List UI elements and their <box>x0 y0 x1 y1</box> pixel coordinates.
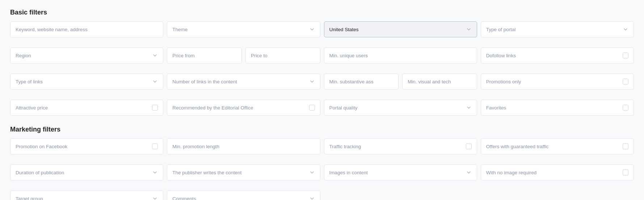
checkbox-icon[interactable] <box>623 170 628 175</box>
duration-publication-dropdown[interactable]: Duration of publication <box>10 164 163 180</box>
checkbox-icon[interactable] <box>623 79 628 84</box>
region-dropdown[interactable]: Region <box>10 47 163 63</box>
chevron-down-icon <box>309 196 315 200</box>
marketing-filters-section: Marketing filters Promotion on Facebook … <box>10 126 634 200</box>
chevron-down-icon <box>309 79 315 84</box>
promotions-only-label: Promotions only <box>486 79 623 84</box>
theme-dropdown[interactable]: Theme <box>167 21 320 37</box>
favorites-checkbox[interactable]: Favorites <box>481 100 634 116</box>
chevron-down-icon <box>152 170 158 175</box>
num-links-content-label: Number of links in the content <box>172 79 307 84</box>
checkbox-icon[interactable] <box>623 143 628 149</box>
guaranteed-traffic-label: Offers with guaranteed traffic <box>486 144 623 149</box>
chevron-down-icon <box>309 26 315 32</box>
min-visual-tech-input[interactable]: Min. visual and tech <box>402 74 477 89</box>
target-group-label: Target group <box>16 196 150 200</box>
keyword-input[interactable]: Keyword, website name, address <box>10 21 163 37</box>
comments-label: Comments <box>172 196 307 200</box>
price-to-label: Price to <box>251 53 315 58</box>
chevron-down-icon <box>623 26 628 32</box>
portal-quality-label: Portal quality <box>329 105 464 111</box>
min-promotion-length-label: Min. promotion length <box>172 144 315 149</box>
chevron-down-icon <box>152 79 158 84</box>
min-row-group: Min. substantive ass Min. visual and tec… <box>324 74 477 89</box>
images-content-label: Images in content <box>329 170 464 175</box>
no-image-required-checkbox[interactable]: With no image required <box>481 164 634 180</box>
promotions-only-checkbox[interactable]: Promotions only <box>481 74 634 89</box>
basic-filters-row-4: Attractive price Recommended by the Edit… <box>10 100 634 116</box>
empty-col-4 <box>481 191 634 200</box>
publisher-writes-dropdown[interactable]: The publisher writes the content <box>167 164 320 180</box>
dofollow-links-label: Dofollow links <box>486 53 623 58</box>
attractive-price-label: Attractive price <box>16 105 152 111</box>
min-substantive-input[interactable]: Min. substantive ass <box>324 74 399 89</box>
theme-label: Theme <box>172 27 307 32</box>
price-range-group: Price from Price to <box>167 47 320 63</box>
price-from-input[interactable]: Price from <box>167 47 242 63</box>
chevron-down-icon <box>309 170 315 175</box>
marketing-filters-row-1: Promotion on Facebook Min. promotion len… <box>10 138 634 154</box>
publisher-writes-label: The publisher writes the content <box>172 170 307 175</box>
recommended-editorial-checkbox[interactable]: Recommended by the Editorial Office <box>167 100 320 116</box>
marketing-filters-title: Marketing filters <box>10 126 634 133</box>
price-from-label: Price from <box>172 53 236 58</box>
type-of-links-dropdown[interactable]: Type of links <box>10 74 163 89</box>
favorites-label: Favorites <box>486 105 623 111</box>
price-to-input[interactable]: Price to <box>245 47 320 63</box>
portal-quality-dropdown[interactable]: Portal quality <box>324 100 477 116</box>
comments-dropdown[interactable]: Comments <box>167 191 320 200</box>
keyword-label: Keyword, website name, address <box>16 27 158 32</box>
min-unique-users-input[interactable]: Min. unique users <box>324 47 477 63</box>
duration-publication-label: Duration of publication <box>16 170 150 175</box>
empty-col-3 <box>324 191 477 200</box>
checkbox-icon[interactable] <box>152 105 158 111</box>
min-unique-users-label: Min. unique users <box>329 53 472 58</box>
chevron-down-icon <box>466 170 472 175</box>
chevron-down-icon <box>152 53 158 58</box>
guaranteed-traffic-checkbox[interactable]: Offers with guaranteed traffic <box>481 138 634 154</box>
promotion-facebook-label: Promotion on Facebook <box>16 144 152 149</box>
chevron-down-icon <box>466 26 472 32</box>
chevron-down-icon <box>152 196 158 200</box>
min-visual-tech-label: Min. visual and tech <box>408 79 472 84</box>
checkbox-icon[interactable] <box>623 105 628 111</box>
marketing-filters-row-3: Target group Comments <box>10 191 634 200</box>
basic-filters-section: Basic filters Keyword, website name, add… <box>10 9 634 116</box>
chevron-down-icon <box>466 105 472 111</box>
basic-filters-row-1: Keyword, website name, address Theme Uni… <box>10 21 634 37</box>
target-group-dropdown[interactable]: Target group <box>10 191 163 200</box>
min-promotion-length-input[interactable]: Min. promotion length <box>167 138 320 154</box>
no-image-required-label: With no image required <box>486 170 623 175</box>
images-content-dropdown[interactable]: Images in content <box>324 164 477 180</box>
attractive-price-checkbox[interactable]: Attractive price <box>10 100 163 116</box>
min-substantive-label: Min. substantive ass <box>329 79 393 84</box>
basic-filters-row-2: Region Price from Price to Min. unique u… <box>10 47 634 63</box>
basic-filters-row-3: Type of links Number of links in the con… <box>10 74 634 89</box>
traffic-tracking-checkbox[interactable]: Traffic tracking <box>324 138 477 154</box>
checkbox-icon[interactable] <box>623 53 628 58</box>
checkbox-icon[interactable] <box>466 143 472 149</box>
recommended-editorial-label: Recommended by the Editorial Office <box>172 105 309 111</box>
dofollow-links-checkbox[interactable]: Dofollow links <box>481 47 634 63</box>
portal-type-label: Type of portal <box>486 27 620 32</box>
portal-type-dropdown[interactable]: Type of portal <box>481 21 634 37</box>
checkbox-icon[interactable] <box>152 143 158 149</box>
promotion-facebook-checkbox[interactable]: Promotion on Facebook <box>10 138 163 154</box>
region-label: Region <box>16 53 150 58</box>
type-of-links-label: Type of links <box>16 79 150 84</box>
traffic-tracking-label: Traffic tracking <box>329 144 466 149</box>
num-links-content-dropdown[interactable]: Number of links in the content <box>167 74 320 89</box>
marketing-filters-row-2: Duration of publication The publisher wr… <box>10 164 634 180</box>
country-label: United States <box>329 27 464 32</box>
checkbox-icon[interactable] <box>309 105 315 111</box>
country-dropdown[interactable]: United States <box>324 21 477 37</box>
basic-filters-title: Basic filters <box>10 9 634 16</box>
